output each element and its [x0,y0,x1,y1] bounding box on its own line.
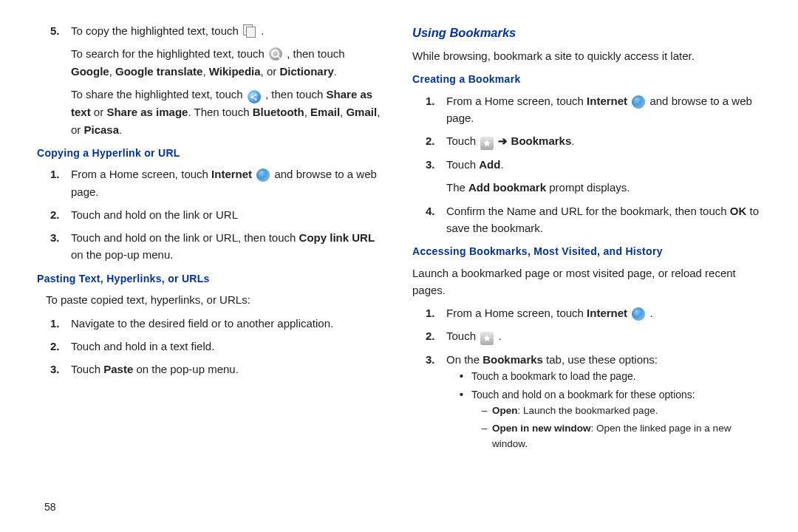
column-left: To copy the highlighted text, touch . To… [37,22,399,525]
text: Touch and hold on the link or URL [71,208,238,221]
bullet-item: Touch and hold on a bookmark for these o… [460,387,761,451]
bold: Add [479,158,500,171]
bullet-item: Touch a bookmark to load the page. [460,369,761,385]
text: To copy the highlighted text, touch [71,24,239,37]
arrow-icon: ➔ [498,134,508,147]
copying-steps: From a Home screen, touch Internet and b… [37,166,386,263]
paste-intro: To paste copied text, hyperlinks, or URL… [37,291,386,308]
access-step-3: On the Bookmarks tab, use these options:… [426,351,761,451]
internet-globe-icon [632,307,645,321]
bold: Bookmarks [482,353,543,366]
heading-creating-bookmark: Creating a Bookmark [412,72,761,88]
paste-step-3: Touch Paste on the pop-up menu. [50,361,386,378]
text: On the [446,353,480,366]
text: on the pop-up menu. [133,363,239,375]
bold: Internet [587,95,627,107]
bold: Dictionary [279,65,333,78]
internet-globe-icon [632,95,645,109]
step-5-share: To share the highlighted text, touch , t… [71,86,386,138]
heading-pasting: Pasting Text, Hyperlinks, or URLs [37,271,386,287]
search-icon [269,47,282,61]
access-step-2: Touch . [426,327,761,345]
text: Touch [446,330,476,342]
access-dashes: Open: Launch the bookmarked page. Open i… [482,403,761,452]
using-intro: While browsing, bookmark a site to quick… [412,47,761,64]
text: . [334,65,337,78]
copy-step-1: From a Home screen, touch Internet and b… [50,166,386,200]
bold: Email [310,106,340,118]
text: , [202,65,205,78]
text: From a Home screen, touch [446,307,584,319]
accessing-steps: From a Home screen, touch Internet . Tou… [412,304,761,452]
pasting-steps: Navigate to the desired field or to anot… [37,315,386,378]
text: Touch [71,363,100,375]
bookmarks-star-icon [480,137,494,150]
text: , then touch [265,88,323,100]
copy-step-2: Touch and hold on the link or URL [50,206,386,223]
text: or [91,106,104,118]
create-step-2: Touch ➔ Bookmarks. [426,132,761,150]
text: . [119,123,122,136]
bold: Bluetooth [253,106,304,118]
bold: OK [730,205,747,217]
column-right: Using Bookmarks While browsing, bookmark… [399,22,761,525]
text: . [500,158,503,171]
text: From a Home screen, touch [71,168,208,180]
bookmarks-star-icon [480,332,494,345]
text: , then touch [287,47,344,60]
text: . [571,134,574,147]
heading-using-bookmarks: Using Bookmarks [412,24,761,43]
paste-step-2: Touch and hold in a text field. [50,338,386,355]
create-step-3: Touch Add. The Add bookmark prompt displ… [426,156,761,197]
text: Touch and hold in a text field. [71,340,214,352]
access-step-1: From a Home screen, touch Internet . [426,304,761,321]
bold: Gmail [346,106,377,118]
text: : Launch the bookmarked page. [518,405,658,416]
steps-continued: To copy the highlighted text, touch . To… [37,22,386,138]
text: Navigate to the desired field or to anot… [71,317,333,330]
bold: Copy link URL [299,231,375,244]
text: . [498,330,501,342]
create-step-1: From a Home screen, touch Internet and b… [426,92,761,127]
bold: Bookmarks [511,134,572,147]
text: , [340,106,343,118]
bold: Paste [103,363,133,375]
access-bullets: Touch a bookmark to load the page. Touch… [460,369,761,452]
text: Touch [446,134,476,147]
internet-globe-icon [256,168,270,182]
bold: Internet [587,307,627,319]
page-number: 58 [44,499,56,516]
text: . [261,24,264,37]
creating-steps: From a Home screen, touch Internet and b… [412,92,761,237]
share-icon [248,90,261,103]
bold: Open in new window [492,423,591,434]
access-intro: Launch a bookmarked page or most visited… [412,265,761,299]
text: To share the highlighted text, touch [71,88,243,100]
text: . [649,307,652,319]
heading-copying-hyperlink: Copying a Hyperlink or URL [37,146,386,162]
bold: Internet [211,168,252,180]
copy-step-3: Touch and hold on the link or URL, then … [50,229,386,264]
text: , [109,65,112,78]
bold: Picasa [84,123,120,136]
bold: Google translate [115,65,202,78]
dash-item: Open in new window: Open the linked page… [482,421,761,452]
text: , or [261,65,277,78]
paste-step-1: Navigate to the desired field or to anot… [50,315,386,332]
bold: Wikipedia [209,65,261,78]
text: prompt displays. [546,181,630,194]
text: , [304,106,307,118]
text: Touch a bookmark to load the page. [471,370,636,382]
text: Confirm the Name and URL for the bookmar… [446,205,727,217]
bold: Google [71,65,109,78]
text: From a Home screen, touch [446,95,584,107]
text: Touch and hold on a bookmark for these o… [471,389,695,400]
text: Touch and hold on the link or URL, then … [71,231,296,244]
step-5-search: To search for the highlighted text, touc… [71,45,386,80]
text: tab, use these options: [543,353,658,366]
text: on the pop-up menu. [71,248,173,261]
text: To search for the highlighted text, touc… [71,47,265,60]
step-5: To copy the highlighted text, touch . To… [50,22,386,138]
text: The [446,181,466,194]
manual-page: To copy the highlighted text, touch . To… [0,0,798,532]
